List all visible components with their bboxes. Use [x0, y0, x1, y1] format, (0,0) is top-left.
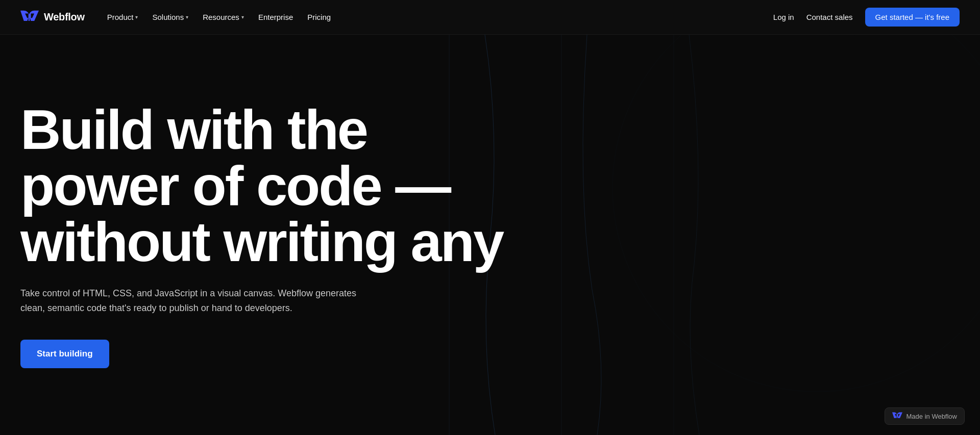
hero-section: Build with the power of code — without w… — [0, 35, 980, 435]
nav-item-product[interactable]: Product ▾ — [101, 9, 144, 25]
webflow-logo-icon — [20, 10, 39, 24]
chevron-down-icon: ▾ — [241, 14, 244, 20]
get-started-button[interactable]: Get started — it's free — [865, 8, 960, 27]
nav-item-solutions[interactable]: Solutions ▾ — [146, 9, 194, 25]
hero-content: Build with the power of code — without w… — [20, 101, 510, 369]
svg-point-4 — [664, 35, 980, 392]
svg-point-3 — [612, 35, 980, 392]
nav-right: Log in Contact sales Get started — it's … — [773, 8, 960, 27]
nav-item-enterprise[interactable]: Enterprise — [252, 9, 299, 25]
nav-item-pricing[interactable]: Pricing — [301, 9, 337, 25]
navbar: Webflow Product ▾ Solutions ▾ Resources … — [0, 0, 980, 35]
start-building-button[interactable]: Start building — [20, 340, 109, 368]
nav-links: Product ▾ Solutions ▾ Resources ▾ Enterp… — [101, 9, 337, 25]
chevron-down-icon: ▾ — [135, 14, 138, 20]
webflow-badge-icon — [892, 412, 902, 420]
chevron-down-icon: ▾ — [186, 14, 188, 20]
made-in-webflow-label: Made in Webflow — [906, 413, 957, 420]
nav-left: Webflow Product ▾ Solutions ▾ Resources … — [20, 9, 337, 25]
hero-headline: Build with the power of code — without w… — [20, 101, 510, 270]
made-in-webflow-badge[interactable]: Made in Webflow — [885, 407, 965, 425]
hero-subtext: Take control of HTML, CSS, and JavaScrip… — [20, 286, 357, 316]
logo-text: Webflow — [44, 11, 85, 23]
nav-item-resources[interactable]: Resources ▾ — [197, 9, 250, 25]
login-link[interactable]: Log in — [773, 13, 794, 21]
logo[interactable]: Webflow — [20, 10, 85, 24]
contact-sales-link[interactable]: Contact sales — [806, 13, 853, 21]
